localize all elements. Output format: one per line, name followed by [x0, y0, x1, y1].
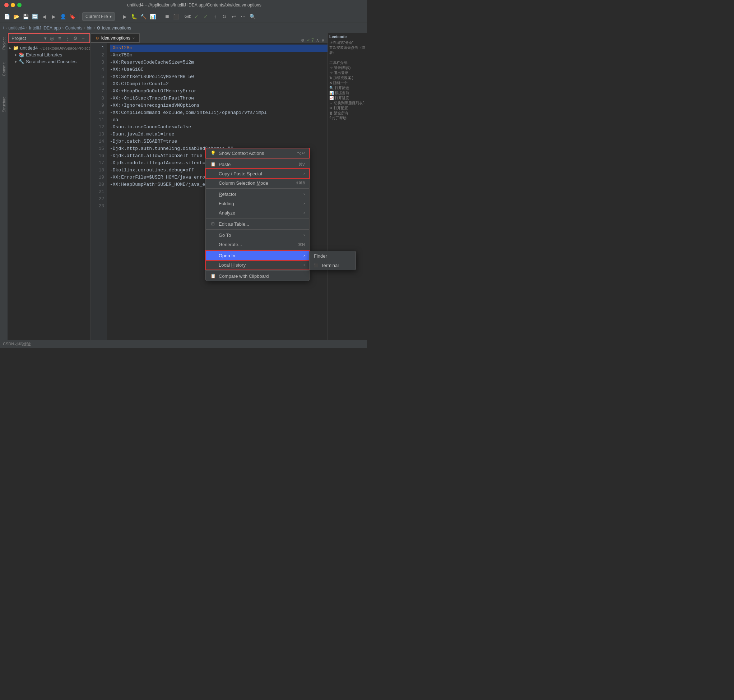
cm-generate-label: Generate...	[219, 242, 242, 247]
git-commit-icon[interactable]: ✓	[202, 13, 210, 21]
lightbulb-icon: 💡	[210, 151, 216, 156]
project-tab-vertical[interactable]: Project	[1, 34, 7, 53]
gear-icon[interactable]: ⚙	[72, 35, 79, 41]
context-menu-section-show: 💡 Show Context Actions ⌥↩	[206, 149, 309, 158]
tree-item-project[interactable]: ▸ 📁 untitled4 ~/Desktop/DevSpace/Project…	[8, 44, 90, 51]
cm-show-context-actions[interactable]: 💡 Show Context Actions ⌥↩	[206, 149, 309, 158]
line-count-icon: ∧	[316, 38, 319, 43]
user-icon[interactable]: 👤	[59, 13, 67, 21]
breadcrumb: / › untitled4 › IntelliJ IDEA.app › Cont…	[0, 23, 367, 33]
back-icon[interactable]: ◀	[40, 13, 48, 21]
cm-analyze-left: Analyze	[210, 210, 235, 216]
cm-folding-label: Folding	[219, 201, 234, 206]
git-more-icon[interactable]: ⋯	[239, 13, 247, 21]
save-icon[interactable]: 💾	[22, 13, 29, 21]
line-num-7: 7	[91, 88, 104, 95]
git-push-icon[interactable]: ↑	[211, 13, 219, 21]
status-bar: CSDN·小码使途	[0, 340, 367, 348]
cm-go-to[interactable]: Go To ›	[206, 230, 309, 240]
cm-copy-left: Copy / Paste Special	[210, 171, 262, 176]
cm-analyze[interactable]: Analyze ›	[206, 208, 309, 218]
collapse-all-icon[interactable]: ≡	[56, 35, 63, 41]
cm-history-arrow: ›	[304, 262, 305, 268]
sidebar-title-arrow[interactable]: ▾	[42, 35, 48, 41]
submenu-terminal[interactable]: ⬛ Terminal	[310, 260, 355, 270]
cm-col-left: Column Selection Mode	[210, 180, 268, 186]
current-file-dropdown[interactable]: Current File ▾	[82, 12, 115, 21]
cm-local-history[interactable]: Local History ›	[206, 260, 309, 269]
git-fetch-icon[interactable]: ↻	[220, 13, 228, 21]
maximize-button[interactable]	[17, 3, 22, 7]
cm-generate-shortcut: ⌘N	[298, 242, 305, 247]
context-menu-section-copy: Copy / Paste Special ›	[206, 169, 309, 178]
stop-icon[interactable]: ⏹	[163, 13, 171, 21]
cm-paste-label: Paste	[219, 162, 230, 167]
tab-bar: ⚙ idea.vmoptions × ⚙ ✓ 7 ∧ ∨	[91, 33, 327, 43]
cm-copy-paste-special[interactable]: Copy / Paste Special ›	[206, 169, 309, 178]
expand-all-icon[interactable]: ⋮	[64, 35, 71, 41]
open-icon[interactable]: 📂	[12, 13, 20, 21]
breadcrumb-intellij[interactable]: IntelliJ IDEA.app	[29, 25, 61, 31]
cm-show-context-label: Show Context Actions	[219, 151, 264, 156]
cm-sep-2	[206, 218, 309, 219]
build-icon[interactable]: 🔨	[140, 13, 148, 21]
cm-open-in-left: Open In	[210, 253, 235, 258]
terminal-icon[interactable]: ⬛	[172, 13, 180, 21]
cm-compare-clipboard[interactable]: 📋 Compare with Clipboard	[206, 271, 309, 281]
breadcrumb-root[interactable]: /	[3, 25, 4, 31]
cm-paste[interactable]: 📋 Paste ⌘V	[206, 160, 309, 169]
locate-icon[interactable]: ◎	[48, 35, 55, 41]
tree-item-scratches[interactable]: ▸ 🔧 Scratches and Consoles	[8, 58, 90, 65]
cm-open-in[interactable]: Open In › Finder ⬛ Terminal	[206, 251, 309, 260]
search-everywhere-icon[interactable]: 🔍	[248, 13, 256, 21]
tab-vmoptions[interactable]: ⚙ idea.vmoptions ×	[91, 34, 140, 43]
cm-edit-as-table[interactable]: ⊞ Edit as Table...	[206, 219, 309, 228]
cm-sep-1	[206, 188, 309, 189]
structure-tab-vertical[interactable]: Structure	[1, 93, 7, 115]
minimize-sidebar-icon[interactable]: −	[80, 35, 87, 41]
new-file-icon[interactable]: 📄	[3, 13, 11, 21]
line-num-13: 13	[91, 131, 104, 138]
git-check-icon[interactable]: ✓	[192, 13, 200, 21]
bookmark-icon[interactable]: 🔖	[68, 13, 76, 21]
toolbar: 📄 📂 💾 🔄 ◀ ▶ 👤 🔖 Current File ▾ ▶ 🐛 🔨 📊 ⏹…	[0, 10, 367, 23]
cm-sep-3	[206, 229, 309, 229]
project-folder-icon: 📁	[13, 45, 19, 51]
run-icon[interactable]: ▶	[121, 13, 129, 21]
cm-folding[interactable]: Folding ›	[206, 199, 309, 208]
line-num-17: 17	[91, 160, 104, 167]
cm-folding-arrow: ›	[304, 201, 305, 206]
line-num-23: 23	[91, 203, 104, 210]
line-num-5: 5	[91, 73, 104, 81]
debug-icon[interactable]: 🐛	[131, 13, 138, 21]
line-num-16: 16	[91, 152, 104, 160]
profile-icon[interactable]: 📊	[149, 13, 157, 21]
dropdown-arrow-icon: ▾	[110, 14, 112, 19]
sync-icon[interactable]: 🔄	[31, 13, 39, 21]
git-revert-icon[interactable]: ↩	[230, 13, 238, 21]
forward-icon[interactable]: ▶	[50, 13, 57, 21]
minimize-button[interactable]	[11, 3, 15, 7]
finder-label: Finder	[314, 253, 327, 259]
breadcrumb-bin[interactable]: bin	[87, 25, 92, 31]
tree-item-external-libraries[interactable]: ▸ 📚 External Libraries	[8, 51, 90, 58]
code-line-6: -XX:CICompilerCount=2	[110, 81, 327, 88]
close-button[interactable]	[4, 3, 9, 7]
tab-close-icon[interactable]: ×	[132, 36, 135, 40]
cm-goto-label: Go To	[219, 232, 231, 238]
breadcrumb-applications[interactable]: untitled4	[8, 25, 24, 31]
tree-arrow-ext: ▸	[15, 53, 17, 57]
cm-folding-left: Folding	[210, 201, 234, 206]
commit-tab-vertical[interactable]: Commit	[1, 60, 7, 79]
cm-column-selection[interactable]: Column Selection Mode ⇧⌘8	[206, 178, 309, 188]
cm-refactor[interactable]: Refactor ›	[206, 190, 309, 199]
toolbar-sep-2	[118, 13, 118, 20]
code-line-5: -XX:SoftRefLRUPolicyMSPerMB=50	[110, 73, 327, 81]
cm-generate[interactable]: Generate... ⌘N	[206, 240, 309, 249]
breadcrumb-contents[interactable]: Contents	[65, 25, 82, 31]
submenu-finder[interactable]: Finder	[310, 251, 355, 260]
sidebar: Project ▾ ◎ ≡ ⋮ ⚙ − ▸ 📁 untitled4 ~/Desk…	[8, 33, 91, 340]
line-num-22: 22	[91, 196, 104, 203]
tab-settings-icon[interactable]: ⚙	[301, 38, 304, 43]
scratches-icon: 🔧	[19, 59, 24, 64]
